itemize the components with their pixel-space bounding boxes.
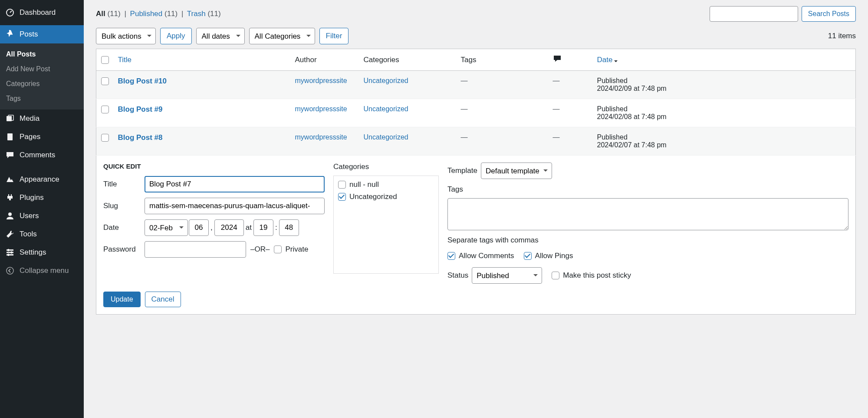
select-all-checkbox[interactable]	[101, 56, 109, 64]
submenu-add-new[interactable]: Add New Post	[0, 62, 84, 76]
tools-icon	[5, 229, 15, 239]
col-title[interactable]: Title	[114, 49, 291, 71]
filter-trash[interactable]: Trash	[187, 10, 206, 18]
qe-hour-input[interactable]	[253, 219, 273, 236]
qe-cat-checkbox[interactable]	[338, 193, 346, 201]
col-categories[interactable]: Categories	[359, 49, 457, 71]
filter-row: Bulk actions Apply All dates All Categor…	[96, 28, 856, 44]
tags-cell: —	[461, 133, 468, 141]
col-tags[interactable]: Tags	[457, 49, 549, 71]
author-link[interactable]: mywordpresssite	[291, 99, 359, 127]
date-cell: Published2024/02/08 at 7:48 pm	[593, 99, 856, 127]
filter-button[interactable]: Filter	[319, 28, 349, 44]
qe-month-select[interactable]: 02-Feb	[145, 219, 188, 236]
author-link[interactable]: mywordpresssite	[291, 71, 359, 99]
appearance-icon	[5, 175, 15, 184]
author-link[interactable]: mywordpresssite	[291, 127, 359, 156]
sidebar-label: Appearance	[20, 175, 59, 184]
bulk-actions-select[interactable]: Bulk actions	[96, 28, 156, 44]
sidebar-collapse[interactable]: Collapse menu	[0, 262, 84, 280]
apply-button[interactable]: Apply	[160, 28, 192, 44]
qe-allow-comments-checkbox[interactable]	[447, 252, 455, 260]
main-content: All (11) | Published (11) | Trash (11) S…	[84, 0, 868, 418]
date-cell: Published2024/02/09 at 7:48 pm	[593, 71, 856, 99]
cancel-button[interactable]: Cancel	[145, 292, 181, 307]
submenu-tags[interactable]: Tags	[0, 91, 84, 106]
sidebar-item-media[interactable]: Media	[0, 109, 84, 128]
comments-cell: —	[553, 77, 560, 84]
submenu-all-posts[interactable]: All Posts	[0, 47, 84, 62]
post-title-link[interactable]: Blog Post #10	[118, 77, 167, 85]
filter-trash-count: (11)	[207, 10, 220, 18]
qe-cat-item-null[interactable]: null - null	[338, 180, 434, 189]
category-link[interactable]: Uncategorized	[359, 71, 457, 99]
row-checkbox[interactable]	[101, 134, 109, 142]
filter-all[interactable]: All	[96, 10, 105, 18]
qe-day-input[interactable]	[189, 219, 209, 236]
qe-tags-input[interactable]	[447, 198, 848, 230]
filter-all-count: (11)	[107, 10, 120, 18]
svg-rect-6	[7, 252, 13, 253]
date-cell: Published2024/02/07 at 7:48 pm	[593, 127, 856, 156]
qe-categories-label: Categories	[333, 163, 439, 171]
collapse-icon	[5, 266, 15, 275]
qe-private-checkbox[interactable]	[274, 245, 282, 253]
qe-status-select[interactable]: Published	[472, 267, 542, 284]
qe-password-input[interactable]	[145, 241, 246, 258]
sidebar-item-comments[interactable]: Comments	[0, 146, 84, 164]
qe-sticky-checkbox[interactable]	[552, 272, 559, 279]
table-row: Blog Post #10 mywordpresssite Uncategori…	[96, 71, 856, 99]
sidebar-item-settings[interactable]: Settings	[0, 243, 84, 262]
post-title-link[interactable]: Blog Post #9	[118, 105, 163, 113]
submenu-categories[interactable]: Categories	[0, 76, 84, 91]
category-filter-select[interactable]: All Categories	[249, 28, 315, 44]
comments-cell: —	[553, 133, 560, 141]
qe-cat-item-uncategorized[interactable]: Uncategorized	[338, 192, 434, 201]
sidebar-item-appearance[interactable]: Appearance	[0, 170, 84, 189]
sidebar-label: Tools	[20, 230, 37, 239]
category-link[interactable]: Uncategorized	[359, 99, 457, 127]
qe-template-select[interactable]: Default template	[481, 163, 552, 179]
qe-slug-input[interactable]	[145, 198, 325, 214]
sidebar-label: Pages	[20, 133, 40, 141]
sidebar-label: Settings	[20, 248, 46, 257]
update-button[interactable]: Update	[103, 292, 141, 307]
qe-cat-checkbox[interactable]	[338, 181, 346, 189]
search-wrap: Search Posts	[710, 6, 856, 22]
row-checkbox[interactable]	[101, 77, 109, 85]
sidebar-item-pages[interactable]: Pages	[0, 128, 84, 146]
qe-min-input[interactable]	[279, 219, 299, 236]
qe-allow-comments-label: Allow Comments	[459, 252, 514, 260]
sidebar-item-posts[interactable]: Posts	[0, 25, 84, 43]
sidebar-item-tools[interactable]: Tools	[0, 225, 84, 243]
svg-rect-8	[8, 249, 9, 251]
qe-allow-pings-checkbox[interactable]	[524, 252, 532, 260]
qe-label-title: Title	[103, 180, 145, 189]
qe-at-label: at	[246, 223, 252, 232]
comment-icon	[553, 54, 562, 63]
svg-rect-10	[8, 254, 9, 256]
row-checkbox[interactable]	[101, 106, 109, 113]
filter-published[interactable]: Published	[130, 10, 163, 18]
sidebar-label: Comments	[20, 151, 55, 159]
date-filter-select[interactable]: All dates	[196, 28, 245, 44]
qe-label-slug: Slug	[103, 202, 145, 210]
svg-rect-5	[7, 249, 13, 251]
col-author[interactable]: Author	[291, 49, 359, 71]
search-input[interactable]	[710, 6, 798, 22]
qe-label-date: Date	[103, 223, 145, 232]
pages-icon	[5, 132, 15, 142]
top-row: All (11) | Published (11) | Trash (11) S…	[96, 0, 856, 22]
sidebar-item-dashboard[interactable]: Dashboard	[0, 3, 84, 22]
col-comments[interactable]	[549, 49, 593, 71]
filter-published-count: (11)	[164, 10, 178, 18]
post-title-link[interactable]: Blog Post #8	[118, 133, 163, 142]
qe-title-input[interactable]	[145, 176, 325, 192]
category-link[interactable]: Uncategorized	[359, 127, 457, 156]
sidebar-item-plugins[interactable]: Plugins	[0, 189, 84, 207]
col-date[interactable]: Date	[593, 49, 856, 71]
qe-year-input[interactable]	[214, 219, 244, 236]
posts-table: Title Author Categories Tags Date Blog P…	[96, 49, 856, 156]
sidebar-item-users[interactable]: Users	[0, 207, 84, 225]
search-posts-button[interactable]: Search Posts	[802, 6, 856, 22]
